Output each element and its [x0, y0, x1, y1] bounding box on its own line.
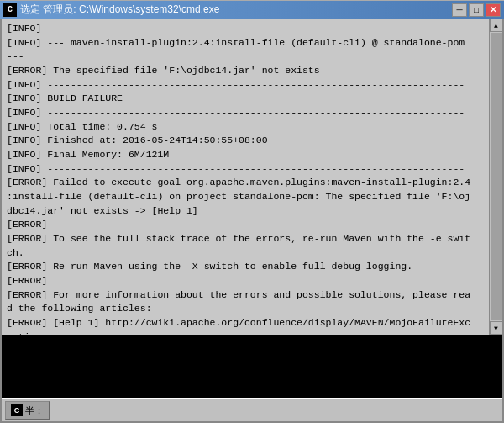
window-title: 选定 管理员: C:\Windows\system32\cmd.exe [20, 3, 219, 17]
taskbar: C 半； [2, 398, 502, 421]
taskbar-icon: C [11, 404, 23, 416]
scrollbar[interactable]: ▲ ▼ [489, 19, 502, 335]
title-controls: ─ □ ✕ [452, 3, 501, 17]
taskbar-item[interactable]: C 半； [5, 401, 50, 420]
scroll-up-button[interactable]: ▲ [490, 19, 503, 32]
console-area: [INFO] [INFO] --- maven-install-plugin:2… [2, 19, 502, 335]
black-terminal-area [2, 335, 502, 398]
taskbar-label: 半； [25, 404, 44, 417]
title-bar: C 选定 管理员: C:\Windows\system32\cmd.exe ─ … [0, 0, 504, 19]
minimize-button[interactable]: ─ [452, 3, 467, 17]
window-icon: C [3, 3, 17, 17]
scroll-down-button[interactable]: ▼ [490, 321, 503, 335]
maximize-button[interactable]: □ [469, 3, 484, 17]
scroll-track [491, 33, 502, 320]
window-body: [INFO] [INFO] --- maven-install-plugin:2… [0, 19, 504, 423]
console-output: [INFO] [INFO] --- maven-install-plugin:2… [7, 22, 497, 335]
title-bar-left: C 选定 管理员: C:\Windows\system32\cmd.exe [3, 3, 219, 17]
close-button[interactable]: ✕ [486, 3, 501, 17]
